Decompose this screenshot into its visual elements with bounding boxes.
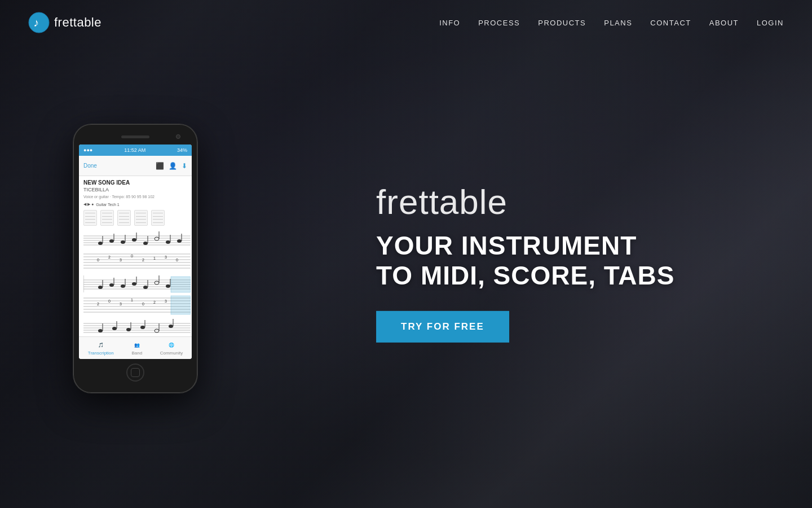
svg-point-9 (109, 239, 114, 243)
status-signal: ●●● (83, 147, 92, 153)
nav-item-process[interactable]: PROCESS (478, 17, 520, 28)
svg-text:3: 3 (165, 299, 167, 303)
phone-screen: ●●● 11:52 AM 34% Done ⬛ 👤 ⬇ NEW SONG IDE… (79, 144, 192, 359)
nav-link-about[interactable]: ABOUT (709, 19, 739, 27)
nav-item-products[interactable]: PRODUCTS (538, 17, 586, 28)
status-time: 11:52 AM (124, 147, 145, 153)
nav-item-info[interactable]: INFO (439, 17, 460, 28)
phone-top-bar (79, 132, 192, 141)
hero-section: ♪ frettable INFO PROCESS PRODUCTS PLANS … (0, 0, 812, 508)
tab-community[interactable]: 🌐 Community (160, 340, 183, 356)
phone-mockup: ●●● 11:52 AM 34% Done ⬛ 👤 ⬇ NEW SONG IDE… (73, 124, 197, 393)
score-svg: 0 2 3 0 2 1 3 0 (83, 230, 191, 336)
logo-text: frettable (54, 15, 102, 30)
download-icon[interactable]: ⬇ (182, 162, 187, 170)
svg-rect-56 (171, 277, 191, 292)
nav-link-info[interactable]: INFO (439, 19, 460, 27)
svg-text:0: 0 (176, 258, 178, 262)
hero-tagline: YOUR INSTRUMENT TO MIDI, SCORE, TABS (376, 231, 674, 291)
svg-point-81 (126, 328, 131, 331)
nav-links-list: INFO PROCESS PRODUCTS PLANS CONTACT ABOU… (439, 17, 784, 28)
nav-link-login[interactable]: LOGIN (757, 19, 784, 27)
hero-content: frettable YOUR INSTRUMENT TO MIDI, SCORE… (376, 182, 674, 343)
transcription-tab-icon: 🎵 (96, 340, 105, 349)
tab-transcription-label: Transcription (88, 351, 114, 356)
nav-item-about[interactable]: ABOUT (709, 17, 739, 28)
chord-diagrams (83, 210, 187, 226)
svg-point-77 (98, 329, 103, 332)
svg-point-83 (140, 326, 145, 329)
screen-nav-bar: Done ⬛ 👤 ⬇ (79, 156, 192, 176)
nav-link-contact[interactable]: CONTACT (650, 19, 691, 27)
svg-text:3: 3 (120, 302, 122, 306)
svg-text:2: 2 (97, 302, 99, 306)
nav-item-login[interactable]: LOGIN (757, 17, 784, 28)
svg-text:2: 2 (108, 255, 111, 259)
music-score: 0 2 3 0 2 1 3 0 (83, 230, 187, 336)
song-meta: Voice or guitar · Tempo: 85 90 95 98 102 (83, 195, 187, 199)
svg-point-0 (29, 12, 49, 33)
svg-point-17 (155, 237, 159, 240)
artist-name: TICEBILLA (83, 187, 187, 192)
svg-point-42 (98, 286, 103, 289)
phone-home-button[interactable] (126, 364, 144, 382)
svg-point-44 (109, 283, 114, 287)
nav-item-contact[interactable]: CONTACT (650, 17, 691, 28)
svg-point-46 (121, 284, 125, 288)
svg-rect-71 (171, 296, 191, 314)
screen-done-button[interactable]: Done (83, 163, 97, 169)
nav-link-process[interactable]: PROCESS (478, 19, 520, 27)
tab-band-label: Band (131, 351, 142, 356)
phone-speaker (121, 135, 149, 138)
svg-text:3: 3 (165, 255, 167, 259)
svg-point-15 (143, 242, 148, 245)
svg-point-7 (98, 242, 103, 245)
screen-nav-icons: ⬛ 👤 ⬇ (156, 162, 187, 170)
tagline-line1: YOUR INSTRUMENT (376, 231, 674, 261)
svg-text:0: 0 (142, 302, 144, 306)
song-title: NEW SONG IDEA (83, 179, 187, 186)
chord-3 (117, 210, 131, 226)
tab-transcription[interactable]: 🎵 Transcription (88, 340, 114, 356)
tagline-line2: TO MIDI, SCORE, TABS (376, 261, 674, 291)
svg-point-54 (166, 284, 170, 288)
nav-link-plans[interactable]: PLANS (604, 19, 632, 27)
svg-point-13 (132, 238, 136, 242)
svg-text:2: 2 (153, 300, 156, 304)
playback-controls: ◀ ▶ ● Guitar Tech 1 (83, 202, 187, 207)
phone-camera (176, 134, 180, 139)
frettable-logo-icon: ♪ (28, 12, 50, 33)
phone-home-inner (131, 368, 140, 377)
svg-text:0: 0 (97, 258, 99, 262)
hero-brand-name: frettable (376, 182, 674, 222)
status-battery: 34% (177, 147, 187, 153)
svg-point-21 (177, 239, 182, 243)
svg-text:1: 1 (131, 298, 133, 302)
chord-5 (151, 210, 165, 226)
svg-text:1: 1 (153, 256, 156, 260)
svg-point-52 (155, 281, 159, 284)
chord-4 (134, 210, 148, 226)
svg-point-48 (132, 282, 136, 286)
svg-text:3: 3 (120, 258, 122, 262)
community-tab-icon: 🌐 (167, 340, 176, 349)
svg-point-19 (166, 240, 170, 244)
share-icon[interactable]: ⬛ (156, 162, 164, 170)
person-icon[interactable]: 👤 (169, 162, 177, 170)
navbar: ♪ frettable INFO PROCESS PRODUCTS PLANS … (0, 0, 812, 45)
svg-point-79 (112, 327, 117, 330)
screen-tab-bar: 🎵 Transcription 👥 Band 🌐 Community (79, 336, 192, 359)
svg-text:0: 0 (108, 299, 111, 303)
phone-frame: ●●● 11:52 AM 34% Done ⬛ 👤 ⬇ NEW SONG IDE… (73, 124, 197, 393)
nav-link-products[interactable]: PRODUCTS (538, 19, 586, 27)
logo-link[interactable]: ♪ frettable (28, 12, 102, 33)
svg-text:0: 0 (131, 254, 133, 258)
svg-point-85 (155, 329, 159, 332)
tab-band[interactable]: 👥 Band (131, 340, 142, 356)
nav-item-plans[interactable]: PLANS (604, 17, 632, 28)
svg-text:2: 2 (142, 258, 144, 262)
chord-2 (100, 210, 114, 226)
svg-text:♪: ♪ (33, 16, 39, 29)
svg-point-50 (143, 286, 148, 289)
cta-button[interactable]: TRY FOR FREE (376, 311, 509, 343)
